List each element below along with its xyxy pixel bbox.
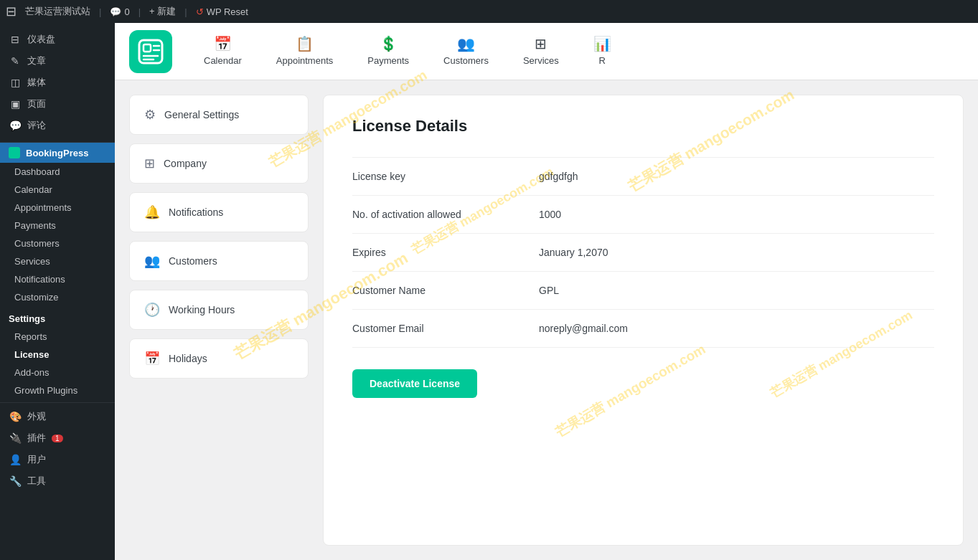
deactivate-license-button[interactable]: Deactivate License [352,369,477,398]
comment-icon: 💬 [110,6,121,17]
settings-card-holidays[interactable]: 📅 Holidays [129,338,309,379]
wp-logo-icon: ⊟ [6,4,17,19]
comments-topbar-item[interactable]: 💬 0 [110,6,129,17]
comments-icon: 💬 [9,120,22,131]
license-row-key: License key gdfgdfgh [352,158,934,196]
sidebar-item-users[interactable]: 👤 用户 [0,449,115,470]
expires-label: Expires [352,247,539,258]
expires-value: January 1,2070 [539,247,608,258]
plugin-logo [129,30,172,73]
payments-tab-icon: 💲 [380,35,398,52]
sidebar-sub-customize[interactable]: Customize [0,288,115,306]
sidebar-item-dashboard[interactable]: ⊟ 仪表盘 [0,29,115,50]
tools-icon: 🔧 [9,475,22,487]
sidebar-sub-appointments[interactable]: Appointments [0,199,115,217]
holidays-icon: 📅 [144,351,160,366]
tab-calendar[interactable]: 📅 Calendar [187,23,259,80]
customers-tab-icon: 👥 [457,35,475,52]
customer-email-value: noreply@gmail.com [539,323,628,334]
settings-card-notifications[interactable]: 🔔 Notifications [129,192,309,232]
users-icon: 👤 [9,454,22,465]
wp-admin-topbar: ⊟ 芒果运营测试站 | 💬 0 | + 新建 | ↺ WP Reset [0,0,978,23]
license-row-customer-email: Customer Email noreply@gmail.com [352,310,934,348]
settings-card-general[interactable]: ⚙ General Settings [129,95,309,135]
sidebar-item-appearance[interactable]: 🎨 外观 [0,406,115,427]
sidebar-sub-calendar[interactable]: Calendar [0,181,115,199]
new-item-button[interactable]: + 新建 [149,5,176,18]
site-name[interactable]: 芒果运营测试站 [25,5,90,18]
license-key-value: gdfgdfgh [539,171,578,182]
activations-value: 1000 [539,209,561,220]
customers-card-icon: 👥 [144,253,160,269]
sidebar-sub-customers[interactable]: Customers [0,234,115,252]
notifications-icon: 🔔 [144,204,160,220]
sidebar-sub-addons[interactable]: Add-ons [0,364,115,381]
wp-reset-icon: ↺ [196,6,204,17]
svg-rect-1 [144,44,151,52]
sidebar-item-bookingpress[interactable]: BookingPress [0,143,115,163]
plugins-icon: 🔌 [9,432,22,444]
activations-label: No. of activation allowed [352,209,539,220]
general-settings-icon: ⚙ [144,107,156,123]
tab-appointments[interactable]: 📋 Appointments [259,23,351,80]
sidebar-sub-reports[interactable]: Reports [0,328,115,346]
license-key-label: License key [352,171,539,182]
customer-name-label: Customer Name [352,285,539,296]
license-panel: License Details License key gdfgdfgh No.… [323,95,964,546]
license-row-activations: No. of activation allowed 1000 [352,196,934,234]
bookingpress-icon [9,147,20,158]
posts-icon: ✎ [9,55,22,67]
admin-sidebar: ⊟ 仪表盘 ✎ 文章 ◫ 媒体 ▣ 页面 💬 评论 BookingPr [0,23,115,560]
media-icon: ◫ [9,77,22,88]
customer-email-label: Customer Email [352,323,539,334]
sidebar-item-pages[interactable]: ▣ 页面 [0,93,115,115]
sidebar-sub-notifications[interactable]: Notifications [0,270,115,288]
calendar-tab-icon: 📅 [214,35,232,52]
inner-content: ⚙ General Settings ⊞ Company 🔔 Notificat… [115,80,978,560]
sidebar-item-tools[interactable]: 🔧 工具 [0,470,115,492]
customer-name-value: GPL [539,285,559,296]
pages-icon: ▣ [9,98,22,110]
sidebar-sub-payments[interactable]: Payments [0,217,115,234]
license-row-expires: Expires January 1,2070 [352,234,934,272]
tab-customers[interactable]: 👥 Customers [426,23,506,80]
tab-services[interactable]: ⊞ Services [506,23,576,80]
working-hours-icon: 🕐 [144,302,160,318]
sidebar-item-comments[interactable]: 💬 评论 [0,115,115,136]
sidebar-item-plugins[interactable]: 🔌 插件 1 [0,427,115,449]
settings-card-customers[interactable]: 👥 Customers [129,241,309,281]
sidebar-sub-services[interactable]: Services [0,252,115,270]
tab-reports-partial[interactable]: 📊 R [576,23,629,80]
sidebar-item-media[interactable]: ◫ 媒体 [0,72,115,93]
tab-payments[interactable]: 💲 Payments [350,23,426,80]
sidebar-sub-license[interactable]: License [0,346,115,364]
license-row-customer-name: Customer Name GPL [352,272,934,310]
appointments-tab-icon: 📋 [296,35,314,52]
wp-reset-button[interactable]: ↺ WP Reset [196,6,248,17]
dashboard-icon: ⊟ [9,34,22,45]
sidebar-sub-growth[interactable]: Growth Plugins [0,381,115,399]
sidebar-item-posts[interactable]: ✎ 文章 [0,50,115,72]
sidebar-settings-label[interactable]: Settings [0,306,115,328]
comment-count: 0 [124,6,129,17]
settings-sidebar: ⚙ General Settings ⊞ Company 🔔 Notificat… [129,95,309,546]
company-icon: ⊞ [144,156,155,171]
reports-tab-icon: 📊 [593,35,611,52]
nav-tabs: 📅 Calendar 📋 Appointments 💲 Payments 👥 C… [187,23,629,80]
sidebar-sub-dashboard[interactable]: Dashboard [0,163,115,181]
license-title: License Details [352,117,934,136]
appearance-icon: 🎨 [9,411,22,422]
settings-card-working-hours[interactable]: 🕐 Working Hours [129,290,309,330]
settings-card-company[interactable]: ⊞ Company [129,143,309,184]
plugins-badge: 1 [52,435,63,442]
services-tab-icon: ⊞ [535,35,547,52]
plugin-topnav: 📅 Calendar 📋 Appointments 💲 Payments 👥 C… [115,23,978,80]
